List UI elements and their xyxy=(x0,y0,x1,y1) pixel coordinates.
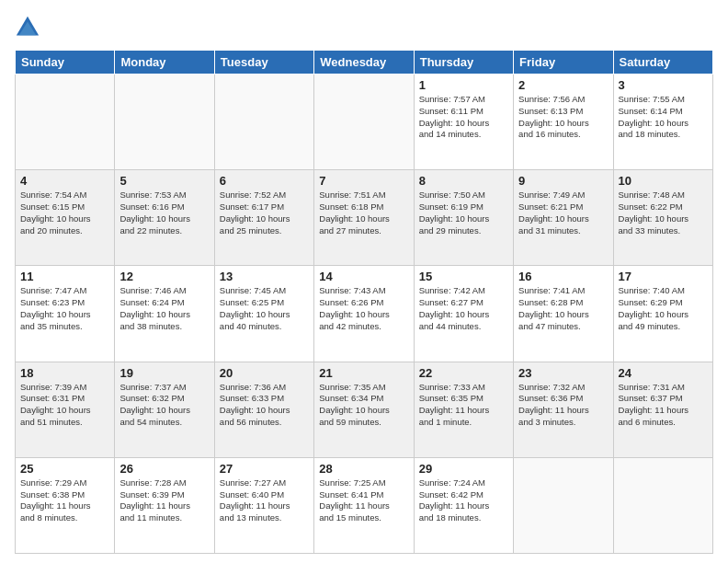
day-info: Sunrise: 7:29 AM Sunset: 6:38 PM Dayligh… xyxy=(20,477,109,524)
day-number: 19 xyxy=(119,366,209,380)
calendar-cell: 13Sunrise: 7:45 AM Sunset: 6:25 PM Dayli… xyxy=(214,266,313,362)
weekday-header-monday: Monday xyxy=(115,51,214,75)
calendar-week-row: 18Sunrise: 7:39 AM Sunset: 6:31 PM Dayli… xyxy=(16,362,713,457)
calendar-week-row: 11Sunrise: 7:47 AM Sunset: 6:23 PM Dayli… xyxy=(16,266,713,362)
calendar-cell: 5Sunrise: 7:53 AM Sunset: 6:16 PM Daylig… xyxy=(115,170,214,266)
calendar-cell: 10Sunrise: 7:48 AM Sunset: 6:22 PM Dayli… xyxy=(613,170,712,266)
day-number: 20 xyxy=(220,366,309,380)
day-number: 8 xyxy=(419,174,508,188)
calendar-cell: 4Sunrise: 7:54 AM Sunset: 6:15 PM Daylig… xyxy=(16,170,115,266)
page: SundayMondayTuesdayWednesdayThursdayFrid… xyxy=(0,0,728,563)
weekday-header-saturday: Saturday xyxy=(613,51,712,75)
day-info: Sunrise: 7:33 AM Sunset: 6:35 PM Dayligh… xyxy=(419,382,508,429)
day-number: 3 xyxy=(619,78,708,92)
calendar-cell xyxy=(115,75,214,170)
day-number: 2 xyxy=(518,78,608,92)
weekday-header-friday: Friday xyxy=(514,51,613,75)
calendar-week-row: 25Sunrise: 7:29 AM Sunset: 6:38 PM Dayli… xyxy=(16,457,713,553)
day-info: Sunrise: 7:46 AM Sunset: 6:24 PM Dayligh… xyxy=(119,285,209,332)
calendar-cell: 2Sunrise: 7:56 AM Sunset: 6:13 PM Daylig… xyxy=(514,75,613,170)
day-number: 14 xyxy=(319,270,408,283)
day-info: Sunrise: 7:31 AM Sunset: 6:37 PM Dayligh… xyxy=(619,382,708,429)
calendar-cell: 26Sunrise: 7:28 AM Sunset: 6:39 PM Dayli… xyxy=(115,457,214,553)
day-info: Sunrise: 7:57 AM Sunset: 6:11 PM Dayligh… xyxy=(419,94,508,141)
day-info: Sunrise: 7:42 AM Sunset: 6:27 PM Dayligh… xyxy=(419,285,508,332)
calendar-cell: 8Sunrise: 7:50 AM Sunset: 6:19 PM Daylig… xyxy=(414,170,513,266)
day-number: 27 xyxy=(220,462,309,476)
calendar-cell xyxy=(16,75,115,170)
calendar-week-row: 4Sunrise: 7:54 AM Sunset: 6:15 PM Daylig… xyxy=(16,170,713,266)
day-number: 23 xyxy=(518,366,608,380)
day-number: 7 xyxy=(319,174,408,188)
day-info: Sunrise: 7:37 AM Sunset: 6:32 PM Dayligh… xyxy=(119,382,209,429)
day-number: 4 xyxy=(20,174,109,188)
day-info: Sunrise: 7:56 AM Sunset: 6:13 PM Dayligh… xyxy=(518,94,608,141)
calendar-cell: 7Sunrise: 7:51 AM Sunset: 6:18 PM Daylig… xyxy=(314,170,414,266)
day-number: 5 xyxy=(119,174,209,188)
day-number: 11 xyxy=(20,270,109,283)
weekday-header-tuesday: Tuesday xyxy=(214,51,313,75)
day-number: 21 xyxy=(319,366,408,380)
day-info: Sunrise: 7:55 AM Sunset: 6:14 PM Dayligh… xyxy=(619,94,708,141)
calendar-cell: 18Sunrise: 7:39 AM Sunset: 6:31 PM Dayli… xyxy=(16,362,115,457)
calendar-cell: 22Sunrise: 7:33 AM Sunset: 6:35 PM Dayli… xyxy=(414,362,513,457)
logo-icon xyxy=(15,15,40,40)
day-info: Sunrise: 7:32 AM Sunset: 6:36 PM Dayligh… xyxy=(518,382,608,429)
day-number: 10 xyxy=(619,174,708,188)
day-number: 16 xyxy=(518,270,608,283)
calendar-week-row: 1Sunrise: 7:57 AM Sunset: 6:11 PM Daylig… xyxy=(16,75,713,170)
calendar-cell: 25Sunrise: 7:29 AM Sunset: 6:38 PM Dayli… xyxy=(16,457,115,553)
logo xyxy=(15,15,44,40)
day-number: 18 xyxy=(20,366,109,380)
calendar-cell: 15Sunrise: 7:42 AM Sunset: 6:27 PM Dayli… xyxy=(414,266,513,362)
weekday-header-thursday: Thursday xyxy=(414,51,513,75)
day-number: 24 xyxy=(619,366,708,380)
day-number: 15 xyxy=(419,270,508,283)
calendar-cell: 28Sunrise: 7:25 AM Sunset: 6:41 PM Dayli… xyxy=(314,457,414,553)
day-number: 25 xyxy=(20,462,109,476)
day-number: 9 xyxy=(518,174,608,188)
calendar-cell: 19Sunrise: 7:37 AM Sunset: 6:32 PM Dayli… xyxy=(115,362,214,457)
day-info: Sunrise: 7:53 AM Sunset: 6:16 PM Dayligh… xyxy=(119,190,209,236)
day-info: Sunrise: 7:35 AM Sunset: 6:34 PM Dayligh… xyxy=(319,382,408,429)
calendar-cell xyxy=(613,457,712,553)
day-info: Sunrise: 7:51 AM Sunset: 6:18 PM Dayligh… xyxy=(319,190,408,236)
day-number: 6 xyxy=(220,174,309,188)
day-info: Sunrise: 7:28 AM Sunset: 6:39 PM Dayligh… xyxy=(119,477,209,524)
weekday-header-sunday: Sunday xyxy=(16,51,115,75)
calendar-cell: 12Sunrise: 7:46 AM Sunset: 6:24 PM Dayli… xyxy=(115,266,214,362)
day-info: Sunrise: 7:50 AM Sunset: 6:19 PM Dayligh… xyxy=(419,190,508,236)
day-info: Sunrise: 7:45 AM Sunset: 6:25 PM Dayligh… xyxy=(220,285,309,332)
calendar-cell: 1Sunrise: 7:57 AM Sunset: 6:11 PM Daylig… xyxy=(414,75,513,170)
day-info: Sunrise: 7:43 AM Sunset: 6:26 PM Dayligh… xyxy=(319,285,408,332)
day-info: Sunrise: 7:41 AM Sunset: 6:28 PM Dayligh… xyxy=(518,285,608,332)
calendar-cell: 3Sunrise: 7:55 AM Sunset: 6:14 PM Daylig… xyxy=(613,75,712,170)
calendar-cell: 23Sunrise: 7:32 AM Sunset: 6:36 PM Dayli… xyxy=(514,362,613,457)
day-number: 22 xyxy=(419,366,508,380)
day-info: Sunrise: 7:47 AM Sunset: 6:23 PM Dayligh… xyxy=(20,285,109,332)
day-info: Sunrise: 7:40 AM Sunset: 6:29 PM Dayligh… xyxy=(619,285,708,332)
day-info: Sunrise: 7:39 AM Sunset: 6:31 PM Dayligh… xyxy=(20,382,109,429)
day-info: Sunrise: 7:27 AM Sunset: 6:40 PM Dayligh… xyxy=(220,477,309,524)
calendar-cell: 6Sunrise: 7:52 AM Sunset: 6:17 PM Daylig… xyxy=(214,170,313,266)
day-info: Sunrise: 7:24 AM Sunset: 6:42 PM Dayligh… xyxy=(419,477,508,524)
day-info: Sunrise: 7:49 AM Sunset: 6:21 PM Dayligh… xyxy=(518,190,608,236)
calendar-cell: 9Sunrise: 7:49 AM Sunset: 6:21 PM Daylig… xyxy=(514,170,613,266)
calendar-cell: 21Sunrise: 7:35 AM Sunset: 6:34 PM Dayli… xyxy=(314,362,414,457)
calendar-cell: 16Sunrise: 7:41 AM Sunset: 6:28 PM Dayli… xyxy=(514,266,613,362)
day-number: 26 xyxy=(119,462,209,476)
calendar-cell: 11Sunrise: 7:47 AM Sunset: 6:23 PM Dayli… xyxy=(16,266,115,362)
calendar-cell xyxy=(314,75,414,170)
calendar-table: SundayMondayTuesdayWednesdayThursdayFrid… xyxy=(15,50,713,554)
day-info: Sunrise: 7:52 AM Sunset: 6:17 PM Dayligh… xyxy=(220,190,309,236)
day-info: Sunrise: 7:36 AM Sunset: 6:33 PM Dayligh… xyxy=(220,382,309,429)
day-number: 17 xyxy=(619,270,708,283)
calendar-cell: 17Sunrise: 7:40 AM Sunset: 6:29 PM Dayli… xyxy=(613,266,712,362)
calendar-cell: 20Sunrise: 7:36 AM Sunset: 6:33 PM Dayli… xyxy=(214,362,313,457)
day-number: 1 xyxy=(419,78,508,92)
calendar-cell: 29Sunrise: 7:24 AM Sunset: 6:42 PM Dayli… xyxy=(414,457,513,553)
calendar-cell xyxy=(214,75,313,170)
day-info: Sunrise: 7:48 AM Sunset: 6:22 PM Dayligh… xyxy=(619,190,708,236)
calendar-cell: 24Sunrise: 7:31 AM Sunset: 6:37 PM Dayli… xyxy=(613,362,712,457)
calendar-cell xyxy=(514,457,613,553)
